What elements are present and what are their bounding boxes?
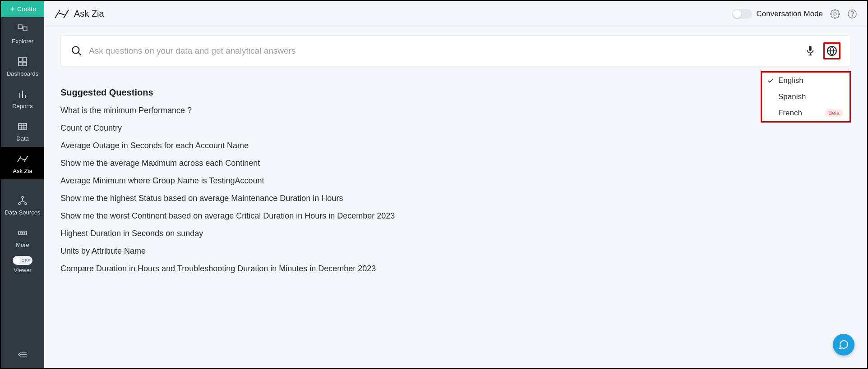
suggested-question[interactable]: Count of Country <box>60 123 851 133</box>
svg-line-22 <box>23 201 26 203</box>
sidebar-item-dashboards[interactable]: Dashboards <box>1 50 44 82</box>
sidebar-item-label: More <box>16 241 29 249</box>
suggested-question[interactable]: Highest Duration in Seconds on sunday <box>60 229 851 238</box>
page-title: Ask Zia <box>74 9 104 19</box>
data-sources-icon <box>17 195 28 206</box>
svg-rect-7 <box>18 62 22 66</box>
search-box <box>60 35 851 67</box>
sidebar-item-more[interactable]: More <box>1 221 44 253</box>
sidebar-item-label: Explorer <box>12 38 33 45</box>
sidebar-item-label: Dashboards <box>7 70 38 77</box>
svg-point-25 <box>22 232 23 233</box>
svg-rect-2 <box>18 25 22 29</box>
data-icon <box>17 121 28 132</box>
language-option-english[interactable]: English <box>762 73 850 89</box>
chat-button[interactable] <box>833 334 854 355</box>
settings-icon[interactable] <box>830 9 840 19</box>
suggested-questions: Suggested Questions What is the minimum … <box>60 87 851 273</box>
suggested-question[interactable]: Show me the average Maximum across each … <box>60 159 851 168</box>
sidebar-item-label: Data <box>16 135 28 142</box>
language-option-label: Spanish <box>778 92 806 101</box>
suggested-question[interactable]: What is the minimum Performance ? <box>60 106 851 115</box>
svg-rect-35 <box>809 46 812 51</box>
suggested-question[interactable]: Show me the worst Continent based on ave… <box>60 211 851 221</box>
ask-zia-icon <box>17 153 28 165</box>
viewer-label: Viewer <box>14 267 32 273</box>
language-button[interactable] <box>823 42 840 59</box>
sidebar-item-data-sources[interactable]: Data Sources <box>1 188 44 221</box>
zia-logo-icon <box>54 8 69 20</box>
sidebar-item-explorer[interactable]: Explorer <box>1 17 44 50</box>
more-icon <box>17 227 28 239</box>
main-area: Ask Zia Conversation Mode <box>44 1 867 368</box>
sidebar-item-label: Ask Zia <box>13 168 32 175</box>
svg-rect-5 <box>18 58 22 61</box>
conversation-mode-toggle[interactable] <box>732 9 752 19</box>
svg-point-18 <box>18 203 20 205</box>
svg-rect-6 <box>23 58 27 61</box>
suggested-question[interactable]: Units by Attribute Name <box>60 246 851 256</box>
content: English Spanish French Beta Suggested Qu… <box>44 27 867 282</box>
svg-point-17 <box>22 196 23 198</box>
svg-rect-8 <box>23 62 27 66</box>
language-option-spanish[interactable]: Spanish <box>762 89 850 105</box>
sidebar: Create Explorer Dashboards Reports Data <box>1 1 44 368</box>
beta-badge: Beta <box>825 109 843 117</box>
language-dropdown: English Spanish French Beta <box>761 71 851 123</box>
suggested-question[interactable]: Average Minimum where Group Name is Test… <box>60 176 851 186</box>
suggested-question[interactable]: Compare Duration in Hours and Troublesho… <box>60 264 851 273</box>
svg-line-21 <box>19 201 23 203</box>
sidebar-item-data[interactable]: Data <box>1 114 44 147</box>
svg-point-33 <box>72 46 79 53</box>
help-icon[interactable] <box>847 9 857 19</box>
svg-point-32 <box>852 15 852 16</box>
svg-rect-3 <box>23 27 27 31</box>
search-icon <box>71 45 83 57</box>
language-option-french[interactable]: French Beta <box>762 105 850 121</box>
conversation-mode-label: Conversation Mode <box>757 9 823 18</box>
reports-icon <box>17 88 28 100</box>
svg-point-26 <box>24 232 25 233</box>
microphone-icon[interactable] <box>805 45 815 57</box>
search-input[interactable] <box>89 46 805 56</box>
svg-rect-12 <box>18 123 27 130</box>
language-option-label: French <box>778 109 802 118</box>
topbar: Ask Zia Conversation Mode <box>44 1 867 27</box>
check-icon <box>766 77 775 84</box>
viewer-toggle-text: OFF <box>22 258 31 263</box>
viewer-toggle[interactable]: OFF <box>13 256 32 265</box>
language-option-label: English <box>778 76 803 85</box>
svg-point-24 <box>20 232 21 233</box>
svg-point-19 <box>25 203 27 205</box>
suggested-questions-title: Suggested Questions <box>60 87 851 98</box>
create-button[interactable]: Create <box>1 1 44 17</box>
svg-point-30 <box>834 13 836 15</box>
explorer-icon <box>17 23 28 35</box>
sidebar-item-label: Data Sources <box>5 209 41 216</box>
plus-icon <box>9 6 15 12</box>
svg-line-34 <box>78 52 81 55</box>
collapse-sidebar-icon[interactable] <box>18 343 28 368</box>
globe-icon <box>826 46 837 56</box>
suggested-question[interactable]: Average Outage in Seconds for each Accou… <box>60 141 851 150</box>
sidebar-item-ask-zia[interactable]: Ask Zia <box>1 147 44 179</box>
sidebar-item-label: Reports <box>12 103 33 110</box>
dashboards-icon <box>17 56 28 68</box>
sidebar-item-reports[interactable]: Reports <box>1 82 44 114</box>
chat-icon <box>838 339 849 350</box>
create-button-label: Create <box>17 5 36 13</box>
suggested-question[interactable]: Show me the highest Status based on aver… <box>60 194 851 203</box>
